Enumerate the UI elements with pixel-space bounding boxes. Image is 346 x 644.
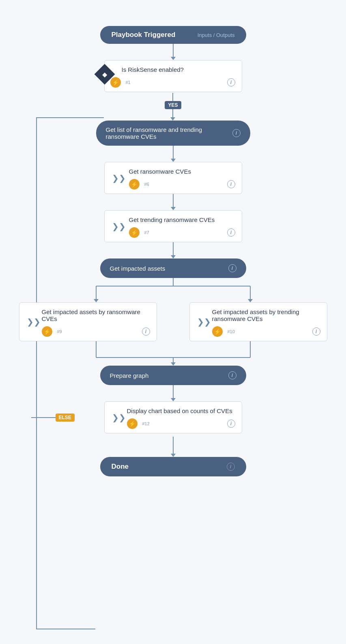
info-icon-10[interactable]: i bbox=[312, 327, 320, 336]
done-node[interactable]: Done i bbox=[100, 457, 246, 476]
left-branch-col: ❯❯ Get impacted assets by ransomware CVE… bbox=[19, 302, 157, 341]
info-icon-prepare[interactable]: i bbox=[228, 371, 236, 379]
lightning-icon-10: ⚡ bbox=[214, 329, 221, 335]
condition-num: #1 bbox=[126, 80, 131, 85]
get-list-label: Get list of ransomware and trending rans… bbox=[106, 126, 232, 140]
condition-node[interactable]: ◆ Is RiskSense enabled? ⚡ #1 i bbox=[104, 60, 242, 92]
parallel-row: ❯❯ Get impacted assets by ransomware CVE… bbox=[19, 302, 327, 341]
display-chart-row: ELSE ❯❯ Display chart based on counts of… bbox=[104, 401, 242, 433]
lightning-icon-7: ⚡ bbox=[131, 230, 138, 236]
lightning-badge-9: ⚡ bbox=[42, 326, 52, 337]
lightning-badge-6: ⚡ bbox=[129, 179, 140, 190]
trigger-node[interactable]: Playbook Triggered Inputs / Outputs bbox=[100, 18, 246, 44]
num-6: #6 bbox=[144, 182, 149, 187]
condition-text: Is RiskSense enabled? bbox=[122, 66, 235, 73]
right-branch-col: ❯❯ Get impacted assets by trending ranso… bbox=[189, 302, 327, 341]
chevron-icon-2: ❯❯ bbox=[112, 222, 126, 231]
else-badge-container: ELSE bbox=[56, 414, 75, 422]
get-impacted-assets-node[interactable]: Get impacted assets i bbox=[100, 258, 246, 278]
num-7: #7 bbox=[144, 230, 149, 235]
condition-node-wrap: ◆ Is RiskSense enabled? ⚡ #1 i bbox=[104, 60, 242, 92]
get-impacted-ransomware-label: Get impacted assets by ransomware CVEs bbox=[42, 308, 150, 322]
chevron-icon-4: ❯❯ bbox=[197, 317, 211, 327]
num-12: #12 bbox=[142, 421, 150, 426]
get-impacted-assets-wrap: Get impacted assets i bbox=[100, 258, 246, 278]
lightning-badge-7: ⚡ bbox=[129, 227, 140, 238]
get-list-node[interactable]: Get list of ransomware and trending rans… bbox=[96, 121, 250, 146]
else-badge: ELSE bbox=[56, 414, 75, 422]
info-icon-impacted[interactable]: i bbox=[228, 264, 236, 272]
lightning-icon-1: ⚡ bbox=[112, 80, 119, 86]
get-impacted-trending-node[interactable]: ❯❯ Get impacted assets by trending ranso… bbox=[189, 302, 327, 341]
get-trending-cves-node[interactable]: ❯❯ Get trending ransomware CVEs ⚡ #7 i bbox=[104, 210, 242, 242]
info-icon-get-list[interactable]: i bbox=[232, 129, 241, 137]
lightning-badge-10: ⚡ bbox=[212, 326, 223, 337]
lightning-icon-9: ⚡ bbox=[44, 329, 50, 335]
get-impacted-trending-label: Get impacted assets by trending ransomwa… bbox=[212, 308, 320, 322]
done-node-wrap: Done i bbox=[100, 457, 246, 476]
info-icon-6[interactable]: i bbox=[227, 180, 235, 188]
merge-connector bbox=[19, 341, 327, 366]
display-chart-node[interactable]: ❯❯ Display chart based on counts of CVEs… bbox=[104, 401, 242, 433]
yes-badge: YES bbox=[165, 101, 181, 109]
display-chart-label: Display chart based on counts of CVEs bbox=[127, 407, 235, 414]
get-ransomware-cves-wrap: ❯❯ Get ransomware CVEs ⚡ #6 i bbox=[104, 162, 242, 194]
num-9: #9 bbox=[57, 329, 62, 334]
svg-marker-4 bbox=[94, 299, 99, 302]
num-10: #10 bbox=[228, 329, 235, 334]
info-icon-done[interactable]: i bbox=[227, 463, 235, 471]
info-icon-condition[interactable]: i bbox=[227, 78, 235, 86]
info-icon-7[interactable]: i bbox=[227, 228, 235, 237]
lightning-badge-12: ⚡ bbox=[127, 418, 138, 429]
get-trending-cves-wrap: ❯❯ Get trending ransomware CVEs ⚡ #7 i bbox=[104, 210, 242, 242]
diamond-inner: ◆ bbox=[102, 71, 107, 78]
get-list-node-wrap: Get list of ransomware and trending rans… bbox=[96, 121, 250, 146]
prepare-graph-wrap: Prepare graph i bbox=[100, 366, 246, 385]
get-impacted-assets-label: Get impacted assets bbox=[110, 265, 228, 272]
lightning-badge-1: ⚡ bbox=[110, 77, 121, 88]
prepare-graph-label: Prepare graph bbox=[110, 372, 228, 379]
chevron-icon-1: ❯❯ bbox=[112, 173, 126, 183]
info-icon-12[interactable]: i bbox=[227, 420, 235, 428]
chevron-icon-3: ❯❯ bbox=[27, 317, 41, 327]
svg-marker-10 bbox=[171, 362, 176, 366]
trigger-title: Playbook Triggered bbox=[112, 31, 176, 39]
branch-connector bbox=[19, 278, 327, 302]
lightning-icon-6: ⚡ bbox=[131, 181, 138, 187]
chevron-icon-5: ❯❯ bbox=[112, 413, 126, 422]
done-label: Done bbox=[112, 463, 129, 471]
svg-marker-5 bbox=[248, 299, 253, 302]
lightning-icon-12: ⚡ bbox=[129, 421, 135, 427]
get-ransomware-cves-node[interactable]: ❯❯ Get ransomware CVEs ⚡ #6 i bbox=[104, 162, 242, 194]
get-ransomware-cves-label: Get ransomware CVEs bbox=[129, 168, 235, 175]
get-impacted-ransomware-node[interactable]: ❯❯ Get impacted assets by ransomware CVE… bbox=[19, 302, 157, 341]
get-trending-cves-label: Get trending ransomware CVEs bbox=[129, 216, 235, 223]
info-icon-9[interactable]: i bbox=[142, 327, 150, 336]
io-link[interactable]: Inputs / Outputs bbox=[198, 32, 235, 38]
prepare-graph-node[interactable]: Prepare graph i bbox=[100, 366, 246, 385]
